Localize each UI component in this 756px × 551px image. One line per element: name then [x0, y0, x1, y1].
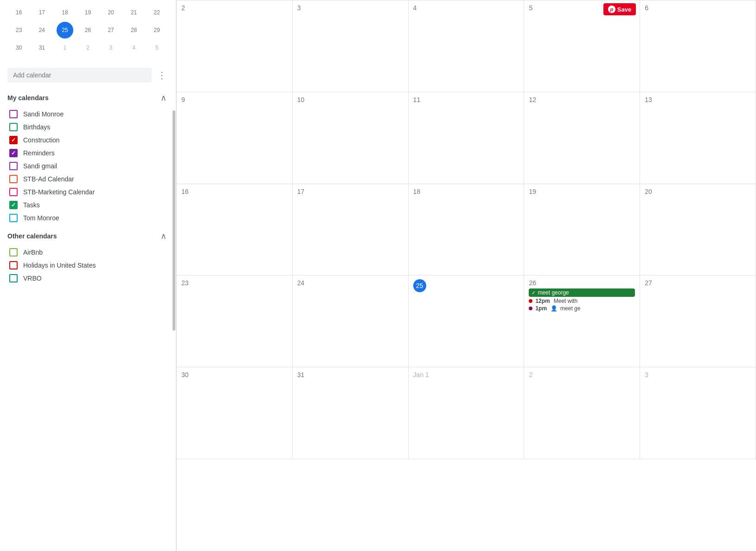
mini-cal-day[interactable]: 27	[103, 22, 119, 38]
mini-cal-day[interactable]: 4	[126, 39, 142, 56]
event-dot-row[interactable]: 1pm👤meet ge	[529, 305, 635, 312]
calendar-checkbox[interactable]	[9, 175, 18, 183]
calendar-item[interactable]: AirBnb	[7, 246, 168, 259]
calendar-cell[interactable]: 4	[409, 0, 525, 92]
calendar-checkbox[interactable]	[9, 248, 18, 256]
pinterest-save-button[interactable]: pSave	[603, 3, 636, 15]
calendar-cell[interactable]: 19	[524, 184, 640, 276]
calendar-cell[interactable]: 23	[177, 276, 293, 367]
cell-date-number: 18	[413, 188, 421, 195]
calendar-item[interactable]: Holidays in United States	[7, 259, 168, 272]
mini-cal-day[interactable]: 21	[126, 4, 142, 21]
calendar-item[interactable]: ✓Construction	[7, 134, 168, 147]
calendar-cell[interactable]: 9	[177, 92, 293, 184]
calendar-item[interactable]: Sandi Monroe	[7, 108, 168, 121]
mini-cal-day[interactable]: 28	[126, 22, 142, 38]
mini-cal-day[interactable]: 26	[79, 22, 96, 38]
cell-date-number: 24	[297, 279, 305, 287]
cell-date-number: 30	[181, 371, 189, 378]
event-dot	[529, 299, 532, 303]
calendar-cell[interactable]: 10	[293, 92, 409, 184]
calendar-checkbox[interactable]: ✓	[9, 201, 18, 209]
calendar-cell[interactable]: 2	[177, 0, 293, 92]
calendar-item-label: VRBO	[23, 275, 42, 282]
cell-date-number: 4	[413, 4, 417, 12]
cell-date-number: 9	[181, 96, 185, 103]
calendar-cell[interactable]: 24	[293, 276, 409, 367]
calendar-cell[interactable]: 6	[640, 0, 756, 92]
more-options-button[interactable]: ⋮	[155, 68, 168, 83]
mini-cal-day[interactable]: 18	[57, 4, 73, 21]
mini-cal-day[interactable]: 25	[57, 22, 73, 38]
calendar-cell[interactable]: 26meet george12pmMeet with1pm👤meet ge	[524, 276, 640, 367]
calendar-item[interactable]: ✓Reminders	[7, 147, 168, 160]
calendar-checkbox[interactable]	[9, 214, 18, 222]
event-title: meet ge	[560, 305, 580, 312]
mini-cal-day[interactable]: 20	[103, 4, 119, 21]
mini-cal-day[interactable]: 22	[148, 4, 165, 21]
mini-cal-day[interactable]: 16	[11, 4, 27, 21]
calendar-cell[interactable]: 31	[293, 367, 409, 459]
calendar-cell[interactable]: 3	[640, 367, 756, 459]
calendar-cell[interactable]: 3	[293, 0, 409, 92]
mini-cal-day[interactable]: 19	[79, 4, 96, 21]
calendar-cell[interactable]: Jan 1	[409, 367, 525, 459]
mini-cal-day[interactable]: 2	[79, 39, 96, 56]
scrollbar[interactable]	[172, 0, 176, 551]
mini-cal-day[interactable]: 1	[57, 39, 73, 56]
mini-cal-day[interactable]: 23	[11, 22, 27, 38]
mini-cal-day[interactable]: 3	[103, 39, 119, 56]
calendar-cell[interactable]: 20	[640, 184, 756, 276]
calendar-cell[interactable]: 17	[293, 184, 409, 276]
calendar-item[interactable]: Sandi gmail	[7, 160, 168, 173]
mini-cal-day[interactable]: 24	[33, 22, 50, 38]
calendar-item[interactable]: Birthdays	[7, 121, 168, 134]
mini-cal-day[interactable]: 31	[33, 39, 50, 56]
calendar-checkbox[interactable]: ✓	[9, 149, 18, 157]
mini-cal-day[interactable]: 5	[148, 39, 165, 56]
other-calendars-header: Other calendars ∧	[7, 228, 168, 246]
event-dot-row[interactable]: 12pmMeet with	[529, 298, 635, 304]
calendar-checkbox[interactable]	[9, 162, 18, 170]
cell-date-number: 3	[645, 371, 648, 378]
calendar-item[interactable]: STB-Ad Calendar	[7, 173, 168, 186]
calendar-item-label: AirBnb	[23, 249, 43, 256]
calendar-checkbox[interactable]	[9, 123, 18, 131]
calendar-item-label: Sandi gmail	[23, 162, 57, 170]
calendar-cell[interactable]: 5pSave	[524, 0, 640, 92]
calendar-checkbox[interactable]	[9, 188, 18, 196]
calendar-cell[interactable]: 13	[640, 92, 756, 184]
calendar-item[interactable]: STB-Marketing Calendar	[7, 186, 168, 199]
mini-cal-day[interactable]: 29	[148, 22, 165, 38]
calendar-cell[interactable]: 16	[177, 184, 293, 276]
calendar-cell[interactable]: 25	[409, 276, 525, 367]
calendar-cell[interactable]: 18	[409, 184, 525, 276]
calendar-item[interactable]: Tom Monroe	[7, 211, 168, 224]
calendar-cell[interactable]: 2	[524, 367, 640, 459]
calendar-checkbox[interactable]	[9, 110, 18, 118]
cell-date-number: 19	[529, 188, 536, 195]
mini-cal-day[interactable]: 17	[33, 4, 50, 21]
mini-cal-day[interactable]: 30	[11, 39, 27, 56]
other-calendars-collapse-button[interactable]: ∧	[159, 230, 168, 242]
calendar-grid: 2345pSave6910111213161718192023242526mee…	[176, 0, 756, 551]
calendar-cell[interactable]: 12	[524, 92, 640, 184]
pinterest-p-icon: p	[610, 6, 613, 12]
calendar-checkbox[interactable]	[9, 274, 18, 282]
calendar-checkbox[interactable]	[9, 261, 18, 269]
calendar-item[interactable]: ✓Tasks	[7, 199, 168, 211]
add-calendar-input[interactable]	[7, 68, 152, 83]
main-calendar: 2345pSave6910111213161718192023242526mee…	[176, 0, 756, 551]
calendar-cell[interactable]: 30	[177, 367, 293, 459]
cell-date-number: 25	[413, 279, 426, 292]
cell-date-number: 11	[413, 96, 421, 103]
calendar-checkbox[interactable]: ✓	[9, 136, 18, 144]
calendar-cell[interactable]: 27	[640, 276, 756, 367]
event-chip[interactable]: meet george	[529, 288, 635, 297]
calendar-item-label: Tom Monroe	[23, 214, 59, 222]
calendar-item[interactable]: VRBO	[7, 272, 168, 285]
calendar-cell[interactable]: 11	[409, 92, 525, 184]
cell-date-number: 6	[645, 4, 648, 12]
pinterest-save-label: Save	[617, 6, 631, 13]
my-calendars-collapse-button[interactable]: ∧	[159, 92, 168, 104]
